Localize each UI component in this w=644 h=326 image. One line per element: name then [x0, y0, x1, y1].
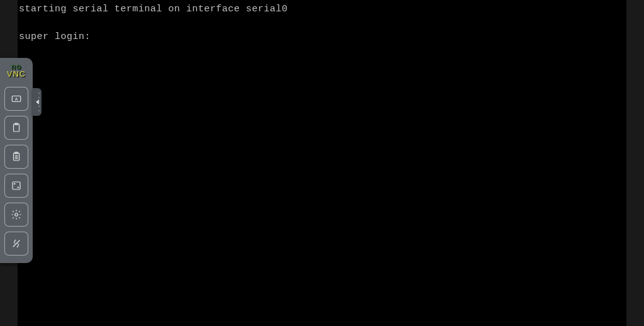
terminal-line: starting serial terminal on interface se…	[19, 4, 288, 14]
logo-line2: VNC	[7, 70, 26, 78]
svg-line-11	[13, 240, 20, 247]
keyboard-button[interactable]: A	[4, 87, 28, 111]
terminal-line: super login:	[19, 31, 91, 42]
svg-rect-4	[14, 153, 19, 160]
terminal-screen[interactable]: starting serial terminal on interface se…	[18, 0, 626, 326]
clipboard-paste-button[interactable]	[4, 145, 28, 169]
clipboard-icon	[11, 122, 22, 133]
keyboard-icon: A	[11, 93, 22, 104]
clipboard-lines-icon	[11, 151, 22, 162]
clipboard-button[interactable]	[4, 116, 28, 140]
settings-button[interactable]	[4, 203, 28, 227]
fullscreen-icon	[11, 180, 22, 191]
svg-point-10	[15, 213, 18, 216]
toolbar-collapse-handle[interactable]	[33, 88, 42, 116]
novnc-logo: no VNC	[3, 60, 30, 81]
fullscreen-button[interactable]	[4, 174, 28, 198]
novnc-toolbar: no VNC A	[0, 58, 33, 263]
link-off-icon	[11, 238, 22, 249]
gear-icon	[11, 209, 22, 220]
disconnect-button[interactable]	[4, 232, 28, 256]
drag-dots-icon	[38, 91, 40, 113]
viewport: starting serial terminal on interface se…	[0, 0, 644, 326]
svg-rect-9	[13, 182, 20, 189]
svg-rect-2	[14, 124, 19, 132]
svg-text:A: A	[15, 97, 18, 101]
